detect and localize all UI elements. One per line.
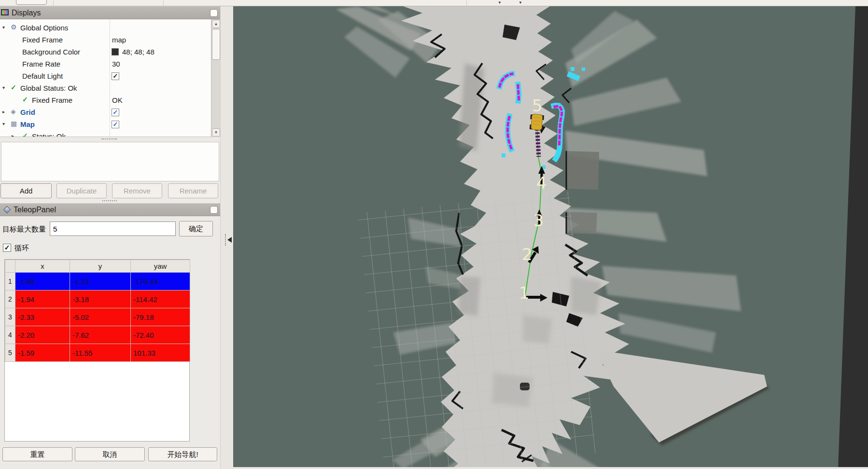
tree-row-grid[interactable]: ▸ ◈ Grid ✓ xyxy=(0,107,211,119)
tree-row-global-options[interactable]: ▾ ⚙ Global Options xyxy=(0,22,211,34)
col-header-yaw[interactable]: yaw xyxy=(131,260,190,273)
confirm-button[interactable]: 确定 xyxy=(179,221,213,236)
table-row[interactable]: 4 -2.20 -7.62 -72.40 xyxy=(5,326,190,344)
start-navigation-button[interactable]: 开始导航! xyxy=(148,447,217,461)
panel-view-splitter[interactable] xyxy=(220,6,233,469)
tree-row-map[interactable]: ▾ ▦ Map ✓ xyxy=(0,119,211,131)
table-row[interactable]: 5 -1.59 -11.55 101.33 xyxy=(5,344,190,362)
cell-x[interactable]: -1.59 xyxy=(15,344,70,362)
checkbox-checked[interactable]: ✓ xyxy=(112,72,119,80)
dropdown-arrow-icon[interactable]: ▼ xyxy=(518,0,522,6)
row-label: Status: Ok xyxy=(32,132,66,137)
tree-scrollbar[interactable]: ▲ ▼ xyxy=(211,19,220,137)
table-row[interactable]: 3 -2.33 -5.02 -79.18 xyxy=(5,308,190,326)
table-header-row: x y yaw xyxy=(5,260,190,273)
scroll-down-icon[interactable]: ▼ xyxy=(212,128,220,137)
scroll-up-icon[interactable]: ▲ xyxy=(212,20,220,28)
cell-yaw[interactable]: -114.42 xyxy=(131,290,190,308)
expander-open-icon[interactable]: ▾ xyxy=(2,85,5,90)
panel-float-button[interactable] xyxy=(210,9,218,17)
row-header[interactable]: 3 xyxy=(5,308,15,326)
color-swatch[interactable] xyxy=(112,48,119,55)
row-header[interactable]: 1 xyxy=(5,273,15,290)
row-value[interactable]: 48; 48; 48 xyxy=(122,48,154,56)
expander-open-icon[interactable]: ▾ xyxy=(2,25,5,30)
cell-yaw[interactable]: -170.43 xyxy=(131,273,190,290)
waypoint-table: x y yaw 1 -1.98 -1.23 -170.43 2 -1.94 -3… xyxy=(5,260,190,362)
cell-y[interactable]: -11.55 xyxy=(70,344,131,362)
row-label: Global Status: Ok xyxy=(20,84,77,92)
cell-x[interactable]: -1.94 xyxy=(15,290,70,308)
row-value[interactable]: map xyxy=(112,36,126,44)
cell-yaw[interactable]: 101.33 xyxy=(131,344,190,362)
row-value[interactable]: 30 xyxy=(112,60,120,68)
col-header-x[interactable]: x xyxy=(15,260,70,273)
collapse-left-icon[interactable] xyxy=(227,237,232,243)
view-bottom-edge xyxy=(233,467,868,469)
tree-row-fixed-frame-status[interactable]: ✓ Fixed Frame OK xyxy=(0,95,211,107)
displays-panel-icon xyxy=(1,9,9,15)
row-value: OK xyxy=(112,96,123,104)
add-button[interactable]: Add xyxy=(0,183,52,198)
tree-row-map-status-partial[interactable]: ▸ ✓ Status: Ok xyxy=(0,131,211,137)
expander-closed-icon[interactable]: ▸ xyxy=(2,109,5,114)
cell-x[interactable]: -2.33 xyxy=(15,308,70,326)
grid-overlay xyxy=(358,191,597,469)
scrollbar-thumb[interactable] xyxy=(212,29,220,60)
table-row[interactable]: 2 -1.94 -3.18 -114.42 xyxy=(5,290,190,308)
cell-x[interactable]: -1.98 xyxy=(15,273,70,290)
panel-float-button[interactable] xyxy=(210,206,218,214)
render-view[interactable]: 1 2 3 4 5 xyxy=(233,6,868,469)
waypoint-table-container: x y yaw 1 -1.98 -1.23 -170.43 2 -1.94 -3… xyxy=(4,259,190,441)
remove-button: Remove xyxy=(112,183,162,198)
toolbar: ▼ ▼ xyxy=(0,0,868,6)
max-goal-input[interactable] xyxy=(50,221,176,236)
tree-row-background-color[interactable]: Background Color 48; 48; 48 xyxy=(0,46,211,58)
cell-x[interactable]: -2.20 xyxy=(15,326,70,344)
row-label: Background Color xyxy=(22,48,80,56)
panel-splitter-handle[interactable] xyxy=(102,200,117,202)
duplicate-button: Duplicate xyxy=(56,183,107,198)
cell-yaw[interactable]: -79.18 xyxy=(131,308,190,326)
toolbar-tool-button[interactable] xyxy=(16,0,47,5)
map-canvas: 1 2 3 4 5 xyxy=(233,6,868,469)
waypoint-label-3: 3 xyxy=(533,211,544,230)
grid-display-icon: ◈ xyxy=(11,108,16,115)
tree-row-global-status[interactable]: ▾ ✓ Global Status: Ok xyxy=(0,83,211,95)
row-label: Fixed Frame xyxy=(32,96,72,104)
dropdown-arrow-icon[interactable]: ▼ xyxy=(498,0,502,6)
checkbox-checked[interactable]: ✓ xyxy=(112,121,119,128)
max-goal-label: 目标最大数量 xyxy=(2,225,46,234)
cell-y[interactable]: -7.62 xyxy=(70,326,131,344)
cell-yaw[interactable]: -72.40 xyxy=(131,326,190,344)
tree-row-default-light[interactable]: Default Light ✓ xyxy=(0,70,211,83)
displays-empty-area xyxy=(1,142,219,181)
row-header[interactable]: 4 xyxy=(5,326,15,344)
expander-open-icon[interactable]: ▾ xyxy=(2,121,5,126)
displays-panel-titlebar[interactable]: Displays xyxy=(0,6,220,19)
loop-label: 循环 xyxy=(14,244,29,253)
horizontal-splitter-handle[interactable] xyxy=(101,138,117,140)
waypoint-label-1: 1 xyxy=(519,283,530,303)
map-display-icon: ▦ xyxy=(11,120,17,127)
tree-row-fixed-frame[interactable]: Fixed Frame map xyxy=(0,34,211,46)
row-header[interactable]: 5 xyxy=(5,344,15,362)
col-header-y[interactable]: y xyxy=(70,260,131,273)
waypoint-label-5: 5 xyxy=(532,96,543,115)
loop-checkbox[interactable]: ✓ xyxy=(3,244,11,252)
reset-button[interactable]: 重置 xyxy=(2,447,72,461)
cell-y[interactable]: -3.18 xyxy=(70,290,131,308)
expander-closed-icon[interactable]: ▸ xyxy=(12,133,14,137)
splitter-dots xyxy=(225,234,226,246)
robot-model xyxy=(530,114,544,130)
row-label: Grid xyxy=(20,108,35,116)
checkbox-checked[interactable]: ✓ xyxy=(112,109,119,116)
corner-header xyxy=(5,260,15,273)
tree-row-frame-rate[interactable]: Frame Rate 30 xyxy=(0,58,211,70)
cancel-button[interactable]: 取消 xyxy=(75,447,145,461)
cell-y[interactable]: -1.23 xyxy=(70,273,131,290)
row-header[interactable]: 2 xyxy=(5,290,15,308)
teleop-panel-titlebar[interactable]: TeleopPanel xyxy=(0,203,220,216)
cell-y[interactable]: -5.02 xyxy=(70,308,131,326)
table-row[interactable]: 1 -1.98 -1.23 -170.43 xyxy=(5,273,190,290)
